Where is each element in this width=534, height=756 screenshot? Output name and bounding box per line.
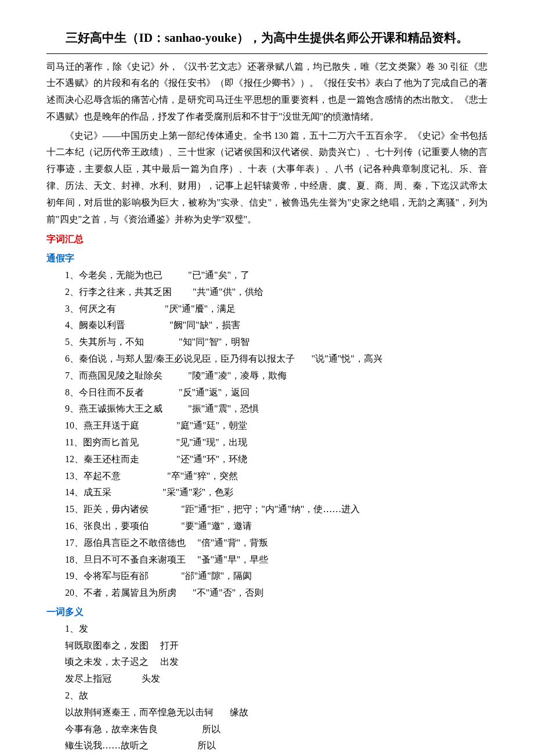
list-item: 20、不者，若属皆且为所虏 "不"通"否"，否则 <box>65 585 488 602</box>
tongjia-list: 1、今老矣，无能为也已 "已"通"矣"，了 2、行李之往来，共其乏困 "共"通"… <box>46 267 488 602</box>
list-item: 7、而燕国见陵之耻除矣 "陵"通"凌"，凌辱，欺侮 <box>65 368 488 384</box>
section-heading-polysemy: 一词多义 <box>46 604 488 621</box>
list-item: 顷之未发，太子迟之 出发 <box>65 654 488 671</box>
list-item: 1、今老矣，无能为也已 "已"通"矣"，了 <box>65 267 488 284</box>
list-item: 5、失其所与，不知 "知"同"智"，明智 <box>65 334 488 351</box>
page-container: 三好高中生（ID：sanhao-youke），为高中生提供名师公开课和精品资料。… <box>0 0 534 756</box>
list-item: 轲既取图奉之，发图 打开 <box>65 638 488 654</box>
list-item: 16、张良出，要项伯 "要"通"邀"，邀请 <box>65 518 488 535</box>
list-item: 以故荆轲逐秦王，而卒惶急无以击轲 缘故 <box>65 704 488 721</box>
list-item: 10、燕王拜送于庭 "庭"通"廷"，朝堂 <box>65 417 488 434</box>
list-item: 13、卒起不意 "卒"通"猝"，突然 <box>65 468 488 485</box>
section-heading-vocab: 字词汇总 <box>46 231 488 248</box>
list-item: 8、今日往而不反者 "反"通"返"，返回 <box>65 384 488 401</box>
section-heading-tongjia: 通假字 <box>46 250 488 267</box>
list-item: 15、距关，毋内诸侯 "距"通"拒"，把守；"内"通"纳"，使……进入 <box>65 501 488 518</box>
list-item: 9、燕王诚振怖大王之威 "振"通"震"，恐惧 <box>65 401 488 417</box>
list-item: 2、故 <box>65 687 488 704</box>
list-item: 18、旦日不可不蚤自来谢项王 "蚤"通"早"，早些 <box>65 552 488 568</box>
paragraph-2: 《史记》——中国历史上第一部纪传体通史。全书 130 篇，五十二万六千五百余字。… <box>46 128 488 228</box>
paragraph-1: 司马迁的著作，除《史记》外，《汉书·艺文志》还著录赋八篇，均已散失，唯《艺文类聚… <box>46 59 488 125</box>
polysemy-list: 1、发 轲既取图奉之，发图 打开 顷之未发，太子迟之 出发 发尽上指冠 头发 2… <box>46 621 488 756</box>
list-item: 3、何厌之有 "厌"通"餍"，满足 <box>65 301 488 318</box>
list-item: 14、成五采 "采"通"彩"，色彩 <box>65 484 488 501</box>
list-item: 鲰生说我……故听之 所以 <box>65 737 488 754</box>
list-item: 4、阙秦以利晋 "阙"同"缺"，损害 <box>65 317 488 334</box>
list-item: 11、图穷而匕首见 "见"通"现"，出现 <box>65 434 488 451</box>
header-divider <box>46 53 488 54</box>
list-item: 12、秦王还柱而走 "还"通"环"，环绕 <box>65 451 488 468</box>
list-item: 19、令将军与臣有郤 "郤"通"隙"，隔阂 <box>65 568 488 585</box>
list-item: 17、愿伯具言臣之不敢倍德也 "倍"通"背"，背叛 <box>65 535 488 552</box>
page-title: 三好高中生（ID：sanhao-youke），为高中生提供名师公开课和精品资料。 <box>46 29 488 48</box>
list-item: 1、发 <box>65 621 488 638</box>
list-item: 发尽上指冠 头发 <box>65 671 488 687</box>
list-item: 今事有急，故幸来告良 所以 <box>65 721 488 738</box>
list-item: 2、行李之往来，共其乏困 "共"通"供"，供给 <box>65 284 488 301</box>
list-item: 6、秦伯说，与郑人盟/秦王必说见臣，臣乃得有以报太子 "说"通"悦"，高兴 <box>65 351 488 368</box>
